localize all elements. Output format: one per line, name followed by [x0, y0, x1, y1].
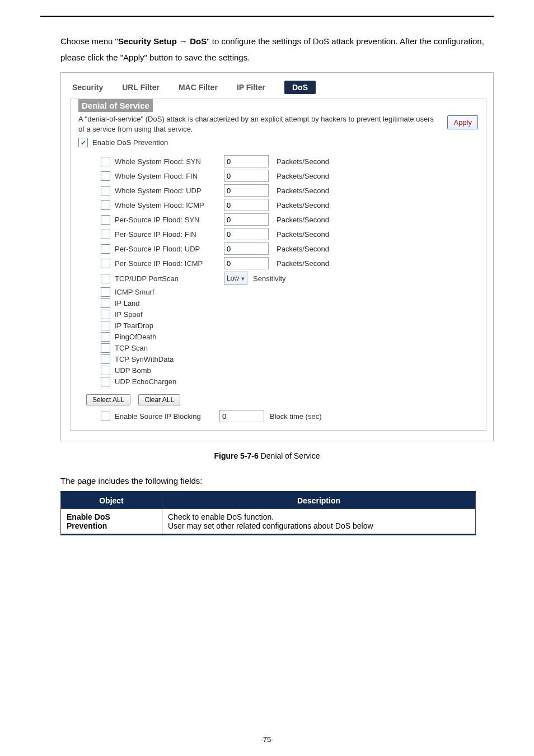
lbl-icmp: Whole System Flood: ICMP: [115, 201, 204, 209]
lbl-ps-fin: Per-Source IP Flood: FIN: [115, 230, 196, 239]
lbl-ip-spoof: IP Spoof: [115, 310, 143, 319]
input-icmp[interactable]: [224, 199, 269, 211]
td-desc-line2: User may set other related configuration…: [168, 521, 373, 530]
td-desc-line1: Check to enable DoS function.: [168, 512, 274, 521]
unit-udp: Packets/Second: [277, 186, 329, 195]
clear-all-button[interactable]: Clear ALL: [138, 394, 180, 405]
lbl-pingofdeath: PingOfDeath: [115, 333, 156, 341]
chk-tcp-synwithdata[interactable]: [101, 354, 110, 364]
lbl-udp-bomb: UDP Bomb: [115, 366, 151, 375]
apply-button[interactable]: Apply: [447, 115, 478, 129]
instr-pre: Choose menu ": [60, 36, 118, 46]
unit-ps-fin: Packets/Second: [277, 230, 329, 239]
dos-description: A "denial-of-service" (DoS) attack is ch…: [78, 114, 441, 134]
tab-dos[interactable]: DoS: [284, 81, 316, 94]
lbl-udp-echochargen: UDP EchoChargen: [115, 377, 176, 386]
lbl-ip-teardrop: IP TearDrop: [115, 321, 153, 330]
lbl-ps-udp: Per-Source IP Flood: UDP: [115, 245, 200, 253]
chk-ip-land[interactable]: [101, 298, 110, 308]
chk-ip-teardrop[interactable]: [101, 321, 110, 330]
input-syn[interactable]: [224, 155, 269, 167]
chk-udp-echochargen[interactable]: [101, 377, 110, 386]
chk-ps-udp[interactable]: [101, 244, 110, 254]
tab-bar: Security URL Filter MAC Filter IP Filter…: [72, 81, 486, 94]
unit-ps-icmp: Packets/Second: [277, 259, 329, 268]
unit-ps-syn: Packets/Second: [277, 216, 329, 224]
input-udp[interactable]: [224, 184, 269, 197]
top-rule: [40, 16, 494, 17]
chk-pingofdeath[interactable]: [101, 332, 110, 342]
page-number: -75-: [0, 735, 534, 744]
lbl-udp: Whole System Flood: UDP: [115, 186, 202, 195]
instruction-text: Choose menu "Security Setup → DoS" to co…: [60, 34, 494, 66]
chk-ps-icmp[interactable]: [101, 259, 110, 268]
tab-mac-filter[interactable]: MAC Filter: [179, 83, 218, 92]
dos-threshold-list: Whole System Flood: SYNPackets/Second Wh…: [101, 155, 478, 285]
unit-icmp: Packets/Second: [277, 201, 329, 209]
chk-icmp-smurf[interactable]: [101, 287, 110, 297]
portscan-sensitivity-select[interactable]: Low▾: [224, 272, 247, 285]
input-ps-udp[interactable]: [224, 242, 269, 255]
lbl-tcp-scan: TCP Scan: [115, 344, 148, 352]
input-ps-fin[interactable]: [224, 228, 269, 240]
th-description: Description: [162, 492, 476, 509]
input-fin[interactable]: [224, 170, 269, 182]
unit-block-time: Block time (sec): [270, 412, 321, 421]
chk-src-ip-blocking[interactable]: [101, 412, 110, 421]
tab-ip-filter[interactable]: IP Filter: [237, 83, 265, 92]
lbl-syn: Whole System Flood: SYN: [115, 157, 201, 166]
enable-dos-checkbox[interactable]: ✔: [78, 138, 88, 147]
chk-icmp[interactable]: [101, 200, 110, 210]
figure-title: Denial of Service: [259, 451, 320, 460]
td-obj-line1: Enable DoS: [67, 512, 110, 521]
td-obj-enable-dos: Enable DoS Prevention: [61, 509, 162, 535]
td-desc-enable-dos: Check to enable DoS function. User may s…: [162, 509, 476, 535]
lbl-tcp-synwithdata: TCP SynWithData: [115, 355, 174, 363]
input-block-time[interactable]: [219, 410, 264, 422]
chk-ps-syn[interactable]: [101, 215, 110, 225]
lbl-src-ip-blocking: Enable Source IP Blocking: [115, 412, 201, 421]
figure-number: Figure 5-7-6: [214, 451, 258, 460]
tab-security[interactable]: Security: [72, 83, 103, 92]
screenshot-panel: Security URL Filter MAC Filter IP Filter…: [60, 72, 494, 441]
chk-tcp-scan[interactable]: [101, 343, 110, 353]
chk-fin[interactable]: [101, 171, 110, 181]
dos-heading: Denial of Service: [78, 99, 153, 112]
lbl-fin: Whole System Flood: FIN: [115, 172, 198, 180]
input-ps-icmp[interactable]: [224, 257, 269, 269]
chk-ps-fin[interactable]: [101, 230, 110, 239]
sensitivity-label: Sensitivity: [253, 274, 286, 283]
chk-portscan[interactable]: [101, 274, 110, 283]
chk-udp[interactable]: [101, 186, 110, 195]
unit-syn: Packets/Second: [277, 157, 329, 166]
chk-udp-bomb[interactable]: [101, 366, 110, 375]
chk-ip-spoof[interactable]: [101, 310, 110, 319]
lbl-icmp-smurf: ICMP Smurf: [115, 288, 154, 296]
enable-dos-label: Enable DoS Prevention: [92, 138, 168, 147]
lbl-ps-syn: Per-Source IP Flood: SYN: [115, 216, 200, 224]
lbl-portscan: TCP/UDP PortScan: [115, 274, 179, 283]
tab-url-filter[interactable]: URL Filter: [122, 83, 160, 92]
fields-intro: The page includes the following fields:: [60, 476, 494, 486]
input-ps-syn[interactable]: [224, 213, 269, 226]
instr-menu: Security Setup → DoS: [118, 36, 207, 46]
dos-panel: Denial of Service A "denial-of-service" …: [70, 99, 486, 431]
unit-ps-udp: Packets/Second: [277, 245, 329, 253]
chk-syn[interactable]: [101, 157, 110, 166]
chevron-down-icon: ▾: [241, 275, 245, 282]
select-all-button[interactable]: Select ALL: [86, 394, 130, 405]
td-obj-line2: Prevention: [67, 521, 107, 530]
th-object: Object: [61, 492, 162, 509]
fields-table: Object Description Enable DoS Prevention…: [60, 491, 476, 535]
lbl-ps-icmp: Per-Source IP Flood: ICMP: [115, 259, 203, 268]
portscan-sel-value: Low: [227, 274, 239, 282]
lbl-ip-land: IP Land: [115, 299, 140, 307]
figure-caption: Figure 5-7-6 Denial of Service: [0, 451, 534, 460]
unit-fin: Packets/Second: [277, 172, 329, 180]
